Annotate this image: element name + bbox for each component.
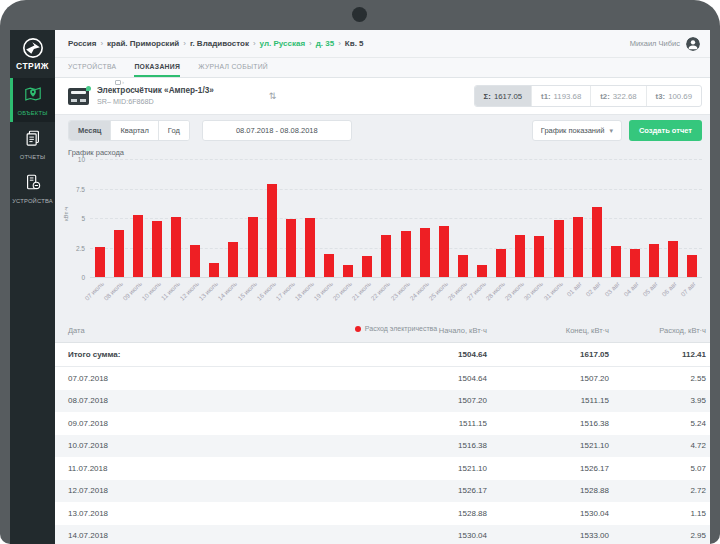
reading-chip[interactable]: Σ:1617.05 [475,86,532,106]
chart-bar[interactable] [362,256,372,277]
reading-chip-label: t2: [600,92,610,101]
breadcrumb-item[interactable]: край. Приморский [107,39,179,48]
period-segmented-control: МесяцКварталГод [68,120,190,141]
cell-date: 13.07.2018 [55,509,365,518]
reading-chip-value: 100.69 [668,92,692,101]
period-option[interactable]: Квартал [111,121,158,140]
person-icon [686,37,700,51]
reading-chip-value: 1617.05 [494,92,522,101]
chart-bar[interactable] [515,235,525,277]
gridline [90,189,702,190]
y-tick-label: 10 [59,156,85,163]
chart-bar[interactable] [401,231,411,277]
cell-end: 1533.00 [487,531,609,540]
cell-consumption: 5.24 [609,419,710,428]
chart-bar[interactable] [152,221,162,277]
breadcrumb-item[interactable]: д. 35 [316,39,334,48]
period-option[interactable]: Месяц [69,121,111,140]
sidebar-item-объекты[interactable]: ОБЪЕКТЫ [10,78,55,122]
device-switch-icon[interactable]: ⇅ [269,91,277,101]
breadcrumb-item[interactable]: Кв. 5 [345,39,364,48]
table-row[interactable]: 09.07.20181511.151516.385.24 [55,412,710,435]
chart-bar[interactable] [630,249,640,277]
readings-group: Σ:1617.05t1:1193.68t2:322.68t3:100.69 [474,85,702,107]
breadcrumb-separator: › [100,39,103,48]
chart-bar[interactable] [95,247,105,277]
table-row[interactable]: 07.07.20181504.641507.202.55 [55,367,710,390]
tabs-bar: УСТРОЙСТВАПОКАЗАНИЯЖУРНАЛ СОБЫТИЙ [55,58,710,78]
total-start: 1504.64 [365,350,487,359]
chart-bar[interactable] [343,265,353,277]
device-name: Электросчётчик «Ампер-1/3» [97,86,214,97]
user-avatar[interactable] [686,37,700,51]
date-range-picker[interactable]: 08.07.2018 - 08.08.2018 [202,120,352,141]
app-screen: СТРИЖ ОБЪЕКТЫОТЧЕТЫУСТРОЙСТВА Россия›кра… [10,30,710,544]
collapse-panel-icon[interactable]: › [115,79,124,85]
chart-bar[interactable] [496,249,506,277]
chart-bar[interactable] [611,246,621,277]
tab-устройства[interactable]: УСТРОЙСТВА [68,58,116,77]
chart-bar[interactable] [439,226,449,277]
cell-start: 1521.10 [365,464,487,473]
tab-журнал-событий[interactable]: ЖУРНАЛ СОБЫТИЙ [198,58,268,77]
cell-end: 1530.04 [487,509,609,518]
cell-date: 12.07.2018 [55,486,365,495]
chart-bar[interactable] [554,220,564,277]
y-tick-label: 5 [59,215,85,222]
chart-bar[interactable] [286,219,296,277]
chart-bar[interactable] [534,236,544,277]
table-row[interactable]: 13.07.20181528.881530.041.15 [55,502,710,525]
table-row[interactable]: 11.07.20181521.101526.175.07 [55,457,710,480]
chart-bar[interactable] [592,207,602,277]
chart-bar[interactable] [381,235,391,277]
chart-bar[interactable] [649,244,659,277]
chart-bar[interactable] [133,215,143,277]
chart-bar[interactable] [477,265,487,277]
chart-bar[interactable] [324,254,334,277]
gridline [90,277,702,278]
breadcrumb-separator: › [309,39,312,48]
create-report-button[interactable]: Создать отчет [629,120,702,141]
chart-bar[interactable] [190,245,200,277]
reading-chip[interactable]: t2:322.68 [591,86,646,106]
cell-start: 1526.17 [365,486,487,495]
breadcrumb-item[interactable]: ул. Русская [260,39,305,48]
table-row[interactable]: 10.07.20181516.381521.104.72 [55,435,710,458]
cell-start: 1530.04 [365,531,487,540]
cell-end: 1528.88 [487,486,609,495]
device-bezel: СТРИЖ ОБЪЕКТЫОТЧЕТЫУСТРОЙСТВА Россия›кра… [0,0,720,544]
breadcrumb-item[interactable]: Россия [68,39,96,48]
period-option[interactable]: Год [159,121,189,140]
tab-показания[interactable]: ПОКАЗАНИЯ [134,58,180,77]
table-row[interactable]: 14.07.20181530.041533.002.95 [55,525,710,544]
cell-consumption: 2.95 [609,531,710,540]
table-row[interactable]: 08.07.20181507.201511.153.95 [55,390,710,413]
cell-end: 1526.17 [487,464,609,473]
reading-chip[interactable]: t1:1193.68 [532,86,591,106]
reading-chip-label: t3: [656,92,666,101]
breadcrumb: Россия›край. Приморский›г. Владивосток›у… [68,39,630,48]
table-row[interactable]: 12.07.20181526.171528.882.72 [55,480,710,503]
cell-start: 1507.20 [365,396,487,405]
chart-bar[interactable] [209,263,219,277]
app-logo: СТРИЖ [10,30,55,78]
reading-chip[interactable]: t3:100.69 [647,86,701,106]
chart-bar[interactable] [114,230,124,277]
chart-bar[interactable] [668,241,678,277]
chart-bar[interactable] [420,228,430,277]
chart-bar[interactable] [305,218,315,277]
chart-bar[interactable] [228,242,238,277]
chart-bar[interactable] [267,184,277,277]
breadcrumb-item[interactable]: г. Владивосток [190,39,249,48]
chart-bar[interactable] [458,255,468,277]
chart-bar[interactable] [171,217,181,277]
chart-view-dropdown[interactable]: График показаний ▾ [532,120,622,141]
chart-bar[interactable] [687,255,697,277]
consumption-chart: График расхода кВт·ч Расход электричеств… [55,145,710,318]
cell-end: 1511.15 [487,396,609,405]
sidebar-item-устройства[interactable]: УСТРОЙСТВА [10,166,55,210]
chart-bar[interactable] [248,217,258,277]
sidebar-item-отчеты[interactable]: ОТЧЕТЫ [10,122,55,166]
chart-bar[interactable] [573,217,583,277]
main-area: Россия›край. Приморский›г. Владивосток›у… [55,30,710,544]
